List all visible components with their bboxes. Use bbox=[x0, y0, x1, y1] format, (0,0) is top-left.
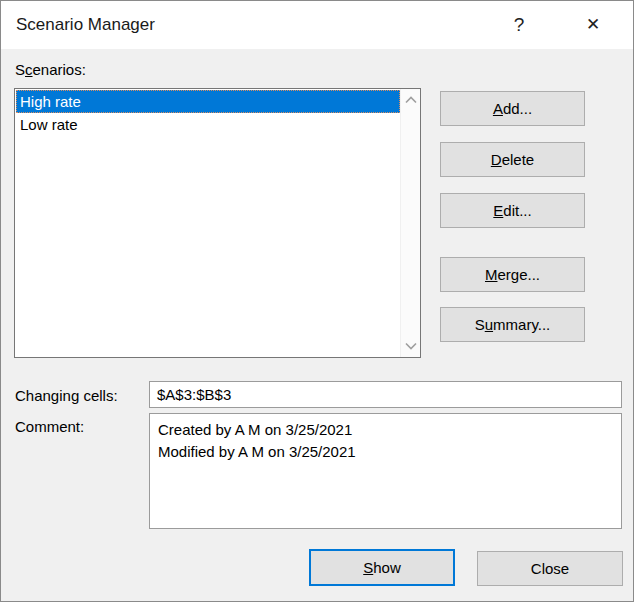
show-button[interactable]: Show bbox=[309, 549, 455, 586]
comment-line: Created by A M on 3/25/2021 bbox=[158, 419, 613, 441]
scroll-down-icon[interactable] bbox=[401, 337, 420, 355]
edit-button[interactable]: Edit... bbox=[440, 193, 585, 228]
scenarios-label: Scenarios: bbox=[15, 61, 86, 78]
summary-button[interactable]: Summary... bbox=[440, 307, 585, 342]
comment-box[interactable]: Created by A M on 3/25/2021 Modified by … bbox=[149, 413, 622, 529]
comment-line: Modified by A M on 3/25/2021 bbox=[158, 441, 613, 463]
scenarios-list: High rate Low rate bbox=[16, 90, 400, 136]
close-icon[interactable]: ✕ bbox=[576, 1, 610, 49]
changing-cells-label: Changing cells: bbox=[15, 387, 118, 404]
list-item-low-rate[interactable]: Low rate bbox=[16, 113, 400, 136]
dialog-title: Scenario Manager bbox=[16, 1, 155, 49]
merge-button[interactable]: Merge... bbox=[440, 257, 585, 292]
help-icon[interactable]: ? bbox=[504, 1, 534, 49]
scenarios-listbox: High rate Low rate bbox=[14, 88, 421, 358]
changing-cells-field[interactable]: $A$3:$B$3 bbox=[149, 381, 622, 408]
comment-label: Comment: bbox=[15, 418, 84, 435]
add-button[interactable]: Add... bbox=[440, 91, 585, 126]
list-item-high-rate[interactable]: High rate bbox=[16, 90, 400, 113]
listbox-scrollbar[interactable] bbox=[400, 89, 420, 357]
close-button[interactable]: Close bbox=[477, 551, 623, 586]
scenario-manager-dialog: Scenario Manager ? ✕ Scenarios: High rat… bbox=[0, 0, 634, 602]
titlebar: Scenario Manager ? ✕ bbox=[1, 1, 633, 49]
scroll-up-icon[interactable] bbox=[401, 91, 420, 109]
delete-button[interactable]: Delete bbox=[440, 142, 585, 177]
